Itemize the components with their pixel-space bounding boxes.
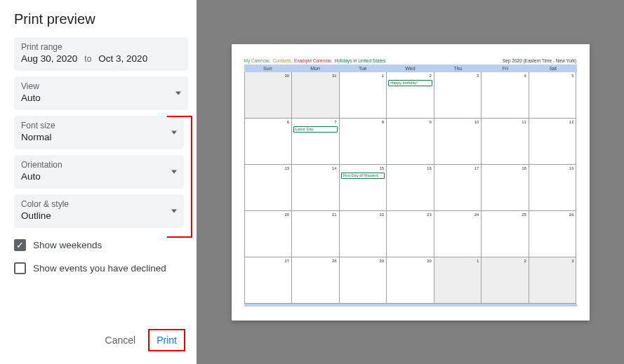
- day-number: 25: [522, 213, 526, 217]
- range-start[interactable]: Aug 30, 2020: [21, 53, 77, 65]
- colorstyle-dropdown[interactable]: Color & style Outline: [14, 194, 184, 228]
- day-number: 21: [332, 213, 337, 217]
- calendar-name: Contacts,: [273, 58, 293, 63]
- calendar-cell: 5: [529, 72, 577, 119]
- calendar-cell: 30: [387, 257, 434, 304]
- page-title: Print preview: [14, 11, 188, 27]
- view-dropdown[interactable]: View Auto: [14, 76, 188, 110]
- calendar-cell: 25: [482, 211, 529, 257]
- dow-cell: Mon: [291, 65, 339, 72]
- day-number: 12: [569, 120, 574, 124]
- calendar-cell: 15First Day of Hispanic: [340, 165, 387, 211]
- calendar-cell: 31: [292, 72, 340, 119]
- calendar-cell: 26: [529, 211, 577, 257]
- day-number: 3: [571, 259, 573, 263]
- calendar-cell: 22: [340, 211, 387, 257]
- calendar-cell: 6: [245, 119, 293, 165]
- colorstyle-label: Color & style: [21, 198, 177, 210]
- day-number: 7: [334, 120, 336, 124]
- calendar-cell: 19: [529, 165, 577, 211]
- calendar-cell: 14: [292, 165, 340, 211]
- calendar-cell: 2: [482, 257, 529, 304]
- preview-header: My Calendar, Contacts, Example Calendar,…: [244, 58, 577, 63]
- calendar-cell: 2Happy birthday!: [387, 72, 434, 119]
- fontsize-label: Font size: [21, 120, 177, 131]
- dow-cell: Tue: [339, 65, 387, 72]
- day-number: 10: [474, 120, 479, 124]
- dialog-footer: Cancel Print: [14, 325, 188, 356]
- range-end[interactable]: Oct 3, 2020: [98, 53, 147, 65]
- colorstyle-value: Outline: [21, 210, 177, 222]
- day-number: 1: [477, 259, 479, 263]
- fontsize-dropdown[interactable]: Font size Normal: [14, 116, 184, 149]
- view-label: View: [21, 81, 181, 92]
- day-number: 13: [284, 166, 289, 170]
- view-value: Auto: [21, 92, 181, 105]
- calendar-name: My Calendar,: [244, 58, 272, 63]
- dow-cell: Thu: [434, 65, 482, 72]
- calendar-cell: 10: [434, 119, 482, 165]
- orientation-label: Orientation: [21, 159, 177, 170]
- day-number: 9: [429, 120, 431, 124]
- dow-cell: Sat: [529, 65, 577, 72]
- calendar-list: My Calendar, Contacts, Example Calendar,…: [244, 58, 387, 63]
- day-number: 6: [287, 120, 289, 124]
- range-to: to: [84, 54, 91, 64]
- preview-pane: My Calendar, Contacts, Example Calendar,…: [197, 0, 624, 364]
- calendar-cell: 3: [529, 257, 577, 304]
- show-weekends-label: Show weekends: [33, 240, 102, 250]
- calendar-cell: 23: [387, 211, 434, 257]
- dow-cell: Sun: [244, 65, 292, 72]
- day-number: 26: [569, 213, 574, 217]
- print-button[interactable]: Print: [148, 329, 185, 351]
- calendar-cell: 4: [482, 72, 529, 119]
- print-range-group[interactable]: Print range Aug 30, 2020 to Oct 3, 2020: [14, 37, 188, 71]
- day-number: 18: [522, 166, 526, 170]
- dow-cell: Fri: [482, 65, 529, 72]
- calendar-name: Example Calendar,: [294, 58, 334, 63]
- day-number: 15: [380, 166, 385, 170]
- day-number: 24: [474, 213, 479, 217]
- cancel-button[interactable]: Cancel: [105, 335, 136, 346]
- day-number: 1: [382, 74, 384, 78]
- day-number: 30: [284, 74, 289, 78]
- calendar-cell: 20: [245, 211, 293, 257]
- day-number: 17: [474, 166, 479, 170]
- day-number: 20: [284, 213, 289, 217]
- calendar-event: First Day of Hispanic: [341, 173, 385, 179]
- show-weekends-row[interactable]: ✓ Show weekends: [14, 239, 188, 251]
- chevron-down-icon: [171, 131, 177, 135]
- chevron-down-icon: [171, 210, 177, 213]
- checkbox-unchecked-icon[interactable]: [14, 262, 26, 274]
- chevron-down-icon: [175, 92, 181, 95]
- chevron-down-icon: [171, 170, 177, 174]
- calendar-cell: 1: [434, 257, 482, 304]
- show-declined-row[interactable]: Show events you have declined: [14, 262, 188, 274]
- calendar-cell: 12: [529, 119, 577, 165]
- day-number: 22: [380, 213, 385, 217]
- footer-accent: [244, 304, 577, 306]
- fontsize-value: Normal: [21, 131, 177, 144]
- calendar-cell: 18: [482, 165, 529, 211]
- timezone-label: Sep 2020 (Eastern Time - New York): [503, 58, 577, 63]
- day-number: 11: [522, 120, 526, 124]
- calendar-cell: 16: [387, 165, 434, 211]
- dow-cell: Wed: [387, 65, 434, 72]
- day-number: 27: [284, 259, 289, 263]
- calendar-cell: 8: [340, 119, 387, 165]
- calendar-cell: 28: [292, 257, 340, 304]
- day-number: 4: [524, 74, 526, 78]
- orientation-value: Auto: [21, 170, 177, 183]
- orientation-dropdown[interactable]: Orientation Auto: [14, 155, 184, 189]
- day-number: 14: [332, 166, 337, 170]
- checkbox-checked-icon[interactable]: ✓: [14, 239, 26, 251]
- print-sidebar: Print preview Print range Aug 30, 2020 t…: [0, 0, 197, 364]
- calendar-cell: 29: [340, 257, 387, 304]
- calendar-cell: 13: [245, 165, 293, 211]
- print-range-label: Print range: [21, 41, 181, 53]
- calendar-cell: 17: [434, 165, 482, 211]
- day-of-week-row: SunMonTueWedThuFriSat: [244, 65, 577, 72]
- day-number: 5: [571, 74, 573, 78]
- day-number: 16: [427, 166, 432, 170]
- calendar-cell: 9: [387, 119, 434, 165]
